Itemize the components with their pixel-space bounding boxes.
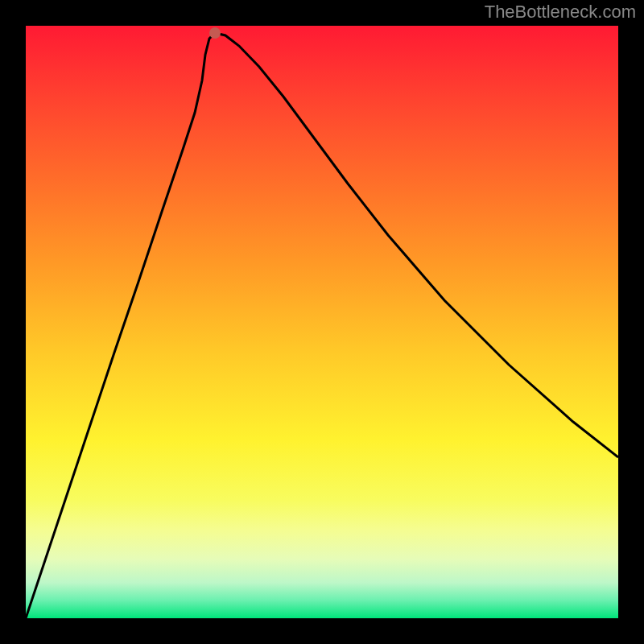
curve-svg xyxy=(26,26,618,618)
bottleneck-curve-path xyxy=(26,33,618,618)
chart-root: TheBottleneck.com xyxy=(0,0,644,644)
attribution-text: TheBottleneck.com xyxy=(485,2,636,23)
curve-min-marker xyxy=(209,27,221,39)
